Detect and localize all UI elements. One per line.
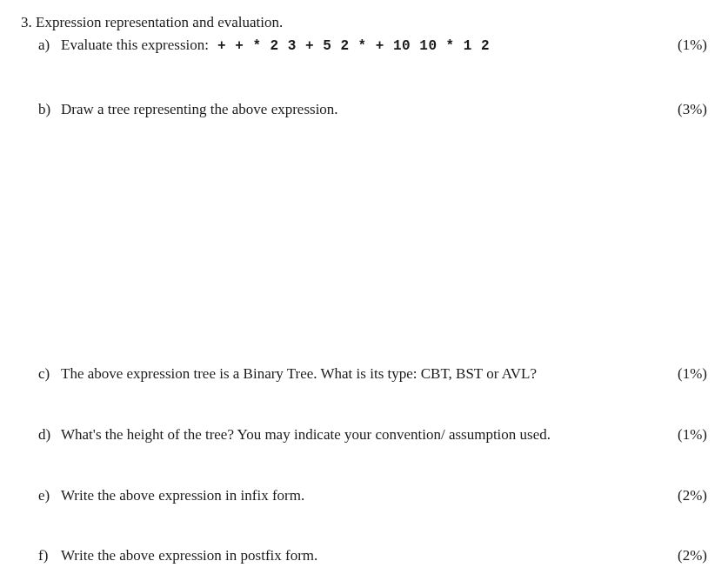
sub-question-c: c) The above expression tree is a Binary… xyxy=(38,364,707,384)
sub-question-f: f) Write the above expression in postfix… xyxy=(38,545,707,566)
percent-a: (1%) xyxy=(660,35,707,56)
question-title: Expression representation and evaluation… xyxy=(36,14,283,30)
sub-label-b: b) xyxy=(38,99,61,120)
sub-text-b: Draw a tree representing the above expre… xyxy=(61,99,660,120)
sub-text-f: Write the above expression in postfix fo… xyxy=(61,545,660,566)
sub-label-a: a) xyxy=(38,35,61,56)
sub-question-b: b) Draw a tree representing the above ex… xyxy=(38,99,707,120)
expression-code: + + * 2 3 + 5 2 * + 10 10 * 1 2 xyxy=(209,37,660,56)
sub-label-e: e) xyxy=(38,485,61,506)
question-header: 3. Expression representation and evaluat… xyxy=(21,12,707,33)
sub-question-d: d) What's the height of the tree? You ma… xyxy=(38,424,707,445)
sub-label-f: f) xyxy=(38,545,61,566)
percent-b: (3%) xyxy=(660,99,707,120)
percent-e: (2%) xyxy=(660,485,707,506)
sub-text-a: Evaluate this expression: + + * 2 3 + 5 … xyxy=(61,35,660,56)
sub-question-e: e) Write the above expression in infix f… xyxy=(38,485,707,506)
sub-label-c: c) xyxy=(38,364,61,384)
percent-c: (1%) xyxy=(660,364,707,384)
sub-label-d: d) xyxy=(38,424,61,445)
sub-text-e: Write the above expression in infix form… xyxy=(61,485,660,506)
question-number: 3. xyxy=(21,14,32,30)
sub-prompt-a: Evaluate this expression: xyxy=(61,35,209,56)
sub-text-d: What's the height of the tree? You may i… xyxy=(61,424,660,445)
percent-d: (1%) xyxy=(660,424,707,445)
sub-question-a: a) Evaluate this expression: + + * 2 3 +… xyxy=(38,35,707,56)
percent-f: (2%) xyxy=(660,545,707,566)
sub-text-c: The above expression tree is a Binary Tr… xyxy=(61,364,660,384)
